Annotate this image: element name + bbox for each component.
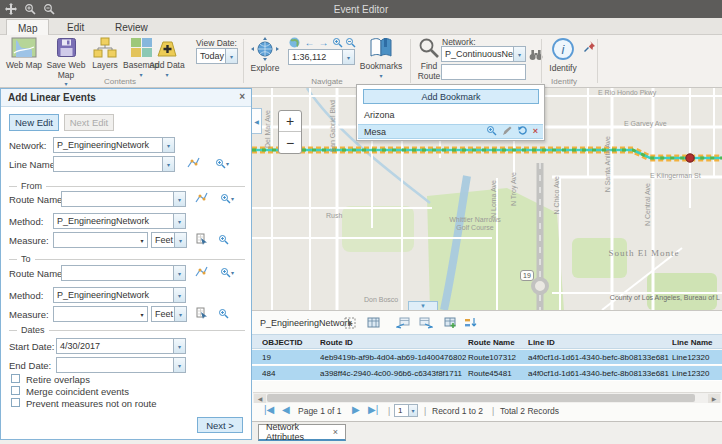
- pushpin-icon[interactable]: [583, 39, 596, 57]
- scale-caret-icon[interactable]: [342, 50, 354, 64]
- bookmark-item-mesa[interactable]: Mesa ×: [358, 124, 543, 139]
- scrollbar-thumb[interactable]: [267, 394, 695, 402]
- remove-bookmark-icon[interactable]: ×: [533, 127, 538, 136]
- next-page-icon[interactable]: ▶: [352, 404, 360, 415]
- select-route-on-map-icon[interactable]: [194, 265, 209, 279]
- map-zoom-in-button[interactable]: +: [279, 111, 301, 132]
- tab-map[interactable]: Map: [6, 19, 49, 36]
- select-route-on-map-icon[interactable]: [194, 191, 209, 205]
- add-records-icon[interactable]: [442, 315, 458, 330]
- add-data-caret-icon[interactable]: [165, 72, 168, 79]
- col-header-line-id[interactable]: Line ID: [528, 335, 669, 350]
- tab-close-icon[interactable]: ×: [333, 427, 338, 437]
- dropdown-caret-icon[interactable]: [173, 339, 185, 353]
- merge-coincident-checkbox[interactable]: [11, 386, 20, 395]
- network-attributes-tab[interactable]: Network Attributes ×: [258, 424, 346, 441]
- bookmarks-caret-icon[interactable]: [379, 73, 382, 80]
- bookmark-item-arizona[interactable]: Arizona: [358, 107, 543, 122]
- add-bookmark-button[interactable]: Add Bookmark: [363, 89, 539, 104]
- sort-records-icon[interactable]: [462, 315, 478, 330]
- retire-overlaps-checkbox[interactable]: [11, 374, 20, 383]
- from-measure-input[interactable]: ▾: [53, 232, 148, 248]
- dropdown-caret-icon[interactable]: [174, 233, 186, 247]
- pick-measure-on-map-icon[interactable]: [194, 306, 209, 320]
- page-select[interactable]: 1: [394, 404, 418, 417]
- refresh-bookmark-icon[interactable]: [517, 125, 528, 138]
- table-collapse-arrow[interactable]: ▼: [408, 301, 438, 310]
- dropdown-caret-icon[interactable]: [173, 288, 185, 302]
- zoom-in-tool-icon[interactable]: [331, 36, 344, 48]
- end-date-input[interactable]: [56, 357, 186, 373]
- tab-edit[interactable]: Edit: [56, 19, 95, 35]
- explore-button[interactable]: Explore: [247, 37, 283, 74]
- tab-review[interactable]: Review: [104, 19, 159, 35]
- previous-page-icon[interactable]: ◀: [282, 404, 290, 415]
- from-method-select[interactable]: P_EngineeringNetwork: [53, 213, 186, 229]
- next-extent-icon[interactable]: →: [317, 36, 330, 48]
- scroll-right-arrow[interactable]: ▶: [708, 394, 720, 403]
- first-page-icon[interactable]: |◀: [264, 404, 274, 415]
- panel-collapse-arrow[interactable]: ◀: [252, 108, 262, 134]
- previous-extent-icon[interactable]: ←: [303, 36, 316, 48]
- from-route-name-select[interactable]: [61, 191, 186, 207]
- col-header-route-id[interactable]: Route ID: [320, 335, 466, 350]
- start-date-input[interactable]: 4/30/2017: [56, 338, 186, 354]
- col-header-line-name[interactable]: Line Name: [672, 335, 722, 350]
- globe-icon[interactable]: [288, 36, 301, 48]
- zoom-to-line-icon[interactable]: [211, 156, 233, 170]
- to-measure-input[interactable]: ▾: [53, 306, 148, 322]
- measure-caret-icon[interactable]: ▾: [137, 233, 147, 247]
- horizontal-scrollbar[interactable]: ◀ ▶: [253, 392, 721, 403]
- scale-select[interactable]: 1:36,112: [288, 49, 355, 65]
- col-header-route-name[interactable]: Route Name: [468, 335, 525, 350]
- table-row[interactable]: 484 a398ff4c-2940-4c00-96b6-c6343f8f1711…: [252, 366, 722, 381]
- next-button[interactable]: Next >: [197, 417, 243, 433]
- zoom-to-route-icon[interactable]: [216, 265, 238, 279]
- new-edit-button[interactable]: New Edit: [9, 114, 59, 131]
- route-input[interactable]: [441, 64, 526, 80]
- from-unit-select[interactable]: Feet: [151, 232, 187, 248]
- network-select[interactable]: P_ContinuousNetwork: [441, 46, 526, 62]
- dropdown-caret-icon[interactable]: [173, 214, 185, 228]
- layers-button[interactable]: Layers: [89, 37, 121, 71]
- dropdown-caret-icon[interactable]: [162, 138, 174, 152]
- dropdown-caret-icon[interactable]: [173, 192, 185, 206]
- table-row[interactable]: 19 4eb9419b-af9b-4d04-ab69-1d400476802b …: [252, 350, 722, 365]
- page-select-caret-icon[interactable]: [408, 405, 417, 416]
- save-web-map-caret-icon[interactable]: [64, 81, 67, 88]
- dropdown-caret-icon[interactable]: [173, 266, 185, 280]
- save-web-map-button[interactable]: Save Web Map: [45, 37, 87, 88]
- zoom-out-tool-icon[interactable]: [344, 36, 357, 48]
- zoom-to-bookmark-icon[interactable]: [486, 125, 497, 138]
- select-records-icon[interactable]: [342, 315, 358, 330]
- col-header-objectid[interactable]: OBJECTID: [262, 335, 317, 350]
- bookmarks-button[interactable]: Bookmarks: [358, 37, 404, 79]
- zoom-to-measure-icon[interactable]: [216, 232, 231, 246]
- dropdown-caret-icon[interactable]: [162, 157, 174, 171]
- view-date-caret-icon[interactable]: [225, 49, 237, 63]
- web-map-button[interactable]: Web Map: [4, 37, 44, 71]
- related-records-right-icon[interactable]: [418, 315, 434, 330]
- view-date-select[interactable]: Today: [196, 48, 238, 64]
- related-records-left-icon[interactable]: [395, 315, 411, 330]
- pick-measure-on-map-icon[interactable]: [194, 232, 209, 246]
- last-page-icon[interactable]: ▶|: [368, 404, 378, 415]
- select-line-on-map-icon[interactable]: [186, 156, 201, 170]
- find-route-button[interactable]: Find Route: [414, 37, 444, 81]
- panel-network-select[interactable]: P_EngineeringNetwork: [53, 137, 175, 153]
- to-route-name-select[interactable]: [61, 265, 186, 281]
- to-method-select[interactable]: P_EngineeringNetwork: [53, 287, 186, 303]
- dropdown-caret-icon[interactable]: [173, 358, 185, 372]
- prevent-measures-checkbox[interactable]: [11, 398, 20, 407]
- map-zoom-out-button[interactable]: −: [279, 132, 301, 153]
- scroll-left-arrow[interactable]: ◀: [254, 394, 266, 403]
- zoom-to-route-icon[interactable]: [216, 191, 238, 205]
- line-name-select[interactable]: [53, 156, 175, 172]
- edit-bookmark-icon[interactable]: [502, 126, 512, 138]
- measure-caret-icon[interactable]: ▾: [137, 307, 147, 321]
- zoom-to-measure-icon[interactable]: [216, 306, 231, 320]
- add-data-button[interactable]: Add Data: [142, 37, 192, 78]
- dropdown-caret-icon[interactable]: [174, 307, 186, 321]
- to-unit-select[interactable]: Feet: [151, 306, 187, 322]
- panel-close-icon[interactable]: [239, 92, 245, 102]
